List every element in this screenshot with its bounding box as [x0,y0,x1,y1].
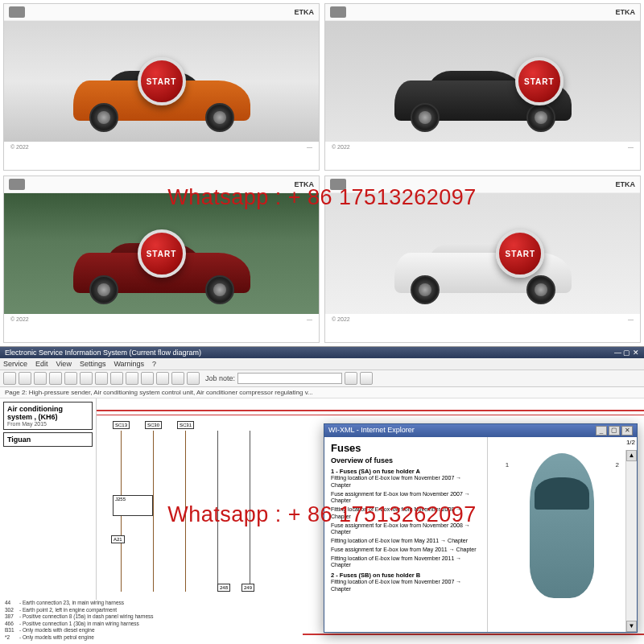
system-title: Air conditioning system , (KH6) [7,405,89,421]
start-button[interactable]: START [138,229,186,278]
section-1: 1 - Fuses (SA) on fuse holder A [331,468,481,475]
close-icon[interactable]: ✕ [621,426,633,436]
scroll-up-icon[interactable]: ▲ [626,450,637,461]
toolbar-icon[interactable] [141,372,154,385]
menu-settings[interactable]: Settings [80,360,106,368]
app-toolbar: Job note: [0,370,644,387]
node: SC13 [113,421,130,429]
car-scene: START [4,193,319,314]
toolbar-icon[interactable] [64,372,77,385]
brand-logo [9,179,25,190]
node: 248 [217,584,230,592]
toolbar-icon[interactable] [95,372,108,385]
job-note-input[interactable] [237,373,342,384]
catalog-panel-1: ETKA START © 2022— [3,3,320,171]
menu-warnings[interactable]: Warnings [114,360,144,368]
app-title: Electronic Service Information System (C… [5,349,201,357]
menu-service[interactable]: Service [3,360,27,368]
toolbar-icon[interactable] [126,372,138,385]
node: SC30 [145,421,162,429]
car-scene: START [325,193,640,314]
node: A21 [111,535,125,543]
callout-2: 2 [616,461,619,469]
toolbar-icon[interactable] [110,372,123,385]
start-button[interactable]: START [515,57,564,105]
brand-logo [330,6,346,18]
job-note-label: Job note: [205,374,235,382]
scroll-down-icon[interactable]: ▼ [626,621,637,632]
toolbar-icon[interactable] [171,372,184,385]
app-menubar: Service Edit View Settings Warnings ? [0,358,644,370]
toolbar-icon[interactable] [34,372,47,385]
system-sub: From May 2015 [7,421,89,427]
node: J255 [113,495,153,516]
brand-logo [9,6,25,18]
toolbar-icon[interactable] [3,372,16,385]
service-info-window: Electronic Service Information System (C… [0,346,644,644]
popup-title: WI-XML - Internet Explorer [328,426,415,436]
fuses-heading: Fuses [331,442,481,454]
toolbar-icon[interactable] [80,372,93,385]
minimize-icon[interactable]: _ [596,426,607,436]
car-top-view [530,453,594,598]
etka-label: ETKA [616,180,636,188]
watermark-text: Whatsapp : + 86 17513262097 [167,185,477,210]
maximize-icon[interactable]: ▢ [609,426,620,436]
toolbar-icon[interactable] [19,372,31,385]
toolbar-icon[interactable] [345,372,357,385]
page-number: 1/2 [626,439,635,446]
watermark-text: Whatsapp : + 86 17513262097 [167,502,477,527]
app-titlebar: Electronic Service Information System (C… [0,347,644,358]
etka-label: ETKA [616,8,636,16]
popup-diagram: 1/2 1 2 ▲ ▼ [487,437,637,632]
start-button[interactable]: START [496,229,544,278]
menu-help[interactable]: ? [152,360,156,368]
toolbar-icon[interactable] [360,372,373,385]
toolbar-icon[interactable] [187,372,200,385]
popup-titlebar[interactable]: WI-XML - Internet Explorer _ ▢ ✕ [324,424,637,437]
node: 249 [242,584,254,592]
menu-view[interactable]: View [56,360,72,368]
node: SC31 [177,421,194,429]
catalog-panel-2: ETKA START © 2022— [324,3,641,171]
menu-edit[interactable]: Edit [35,360,48,368]
etka-label: ETKA [295,8,315,16]
toolbar-icon[interactable] [49,372,62,385]
start-button[interactable]: START [138,57,186,105]
model-name: Tiguan [3,432,93,447]
section-2: 2 - Fuses (SB) on fuse holder B [331,572,481,579]
breadcrumb: Page 2: High-pressure sender, Air condit… [0,387,644,398]
car-scene: START [4,21,319,142]
toolbar-icon[interactable] [156,372,169,385]
popup-window: WI-XML - Internet Explorer _ ▢ ✕ Fuses O… [324,423,638,633]
callout-1: 1 [506,461,509,469]
overview-heading: Overview of fuses [331,456,481,464]
popup-text: Fuses Overview of fuses 1 - Fuses (SA) o… [324,437,487,632]
car-illustration [378,235,588,308]
car-scene: START [325,21,640,142]
window-controls[interactable]: — ▢ ✕ [614,349,639,357]
legend: 44- Earth connection 23, in main wiring … [5,600,303,641]
scrollbar[interactable]: ▲ ▼ [625,450,637,632]
catalog-grid: ETKA START © 2022— ETKA START © 2022— [0,0,644,346]
